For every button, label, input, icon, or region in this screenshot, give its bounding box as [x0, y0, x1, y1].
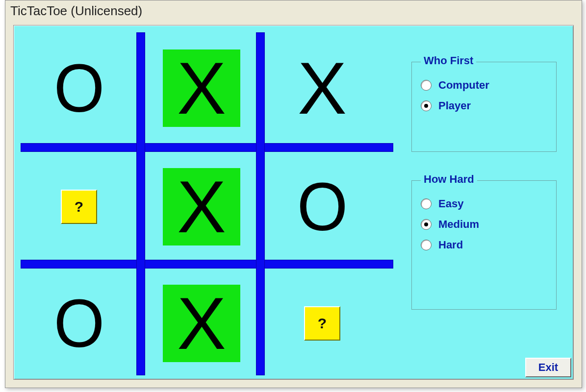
- question-mark-icon[interactable]: ?: [304, 306, 340, 341]
- board-cell-0-2[interactable]: X: [266, 34, 379, 142]
- board-cell-1-0[interactable]: ?: [23, 153, 135, 261]
- radio-hard[interactable]: Hard: [421, 239, 547, 251]
- radio-easy[interactable]: Easy: [421, 197, 547, 210]
- how-hard-legend: How Hard: [421, 173, 477, 186]
- radio-medium[interactable]: Medium: [421, 218, 547, 231]
- radio-label: Hard: [438, 239, 463, 251]
- who-first-legend: Who First: [421, 54, 476, 67]
- radio-label: Player: [438, 99, 471, 112]
- board-cell-2-2[interactable]: ?: [266, 270, 379, 377]
- radio-label: Computer: [438, 79, 489, 92]
- win-highlight: X: [163, 49, 240, 127]
- grid-line: [21, 260, 393, 269]
- board-cell-2-0[interactable]: O: [23, 270, 135, 377]
- how-hard-group: How Hard Easy Medium Hard: [411, 180, 557, 310]
- mark-x: X: [177, 51, 226, 125]
- mark-x: X: [177, 170, 226, 244]
- radio-label: Medium: [438, 218, 479, 231]
- grid-line: [136, 32, 145, 375]
- board-cell-0-1[interactable]: X: [145, 34, 258, 142]
- who-first-group: Who First Computer Player: [411, 62, 557, 152]
- radio-icon: [421, 240, 432, 250]
- game-board: O X X ? X O: [21, 32, 393, 375]
- win-highlight: X: [163, 285, 240, 362]
- mark-o: O: [297, 172, 347, 241]
- radio-icon: [421, 198, 432, 209]
- board-cell-1-1[interactable]: X: [145, 153, 258, 261]
- radio-icon: [421, 80, 432, 91]
- grid-line: [21, 143, 393, 152]
- exit-button[interactable]: Exit: [525, 358, 571, 377]
- radio-player[interactable]: Player: [421, 99, 547, 112]
- window-title: TicTacToe (Unlicensed): [5, 0, 582, 21]
- radio-dot-icon: [424, 222, 428, 226]
- mark-o: O: [53, 54, 104, 122]
- mark-x: X: [298, 51, 347, 125]
- radio-computer[interactable]: Computer: [421, 79, 547, 92]
- radio-icon: [421, 219, 432, 230]
- radio-label: Easy: [438, 197, 463, 210]
- radio-dot-icon: [424, 104, 428, 108]
- board-cell-0-0[interactable]: O: [23, 34, 135, 142]
- mark-o: O: [53, 289, 104, 358]
- board-cell-2-1[interactable]: X: [145, 270, 258, 377]
- question-mark-icon[interactable]: ?: [61, 190, 97, 224]
- mark-x: X: [177, 287, 226, 360]
- radio-icon: [421, 100, 432, 111]
- client-area: O X X ? X O: [13, 25, 574, 380]
- app-window: TicTacToe (Unlicensed) O X X ?: [5, 0, 582, 388]
- win-highlight: X: [163, 168, 240, 245]
- board-cell-1-2[interactable]: O: [266, 153, 379, 261]
